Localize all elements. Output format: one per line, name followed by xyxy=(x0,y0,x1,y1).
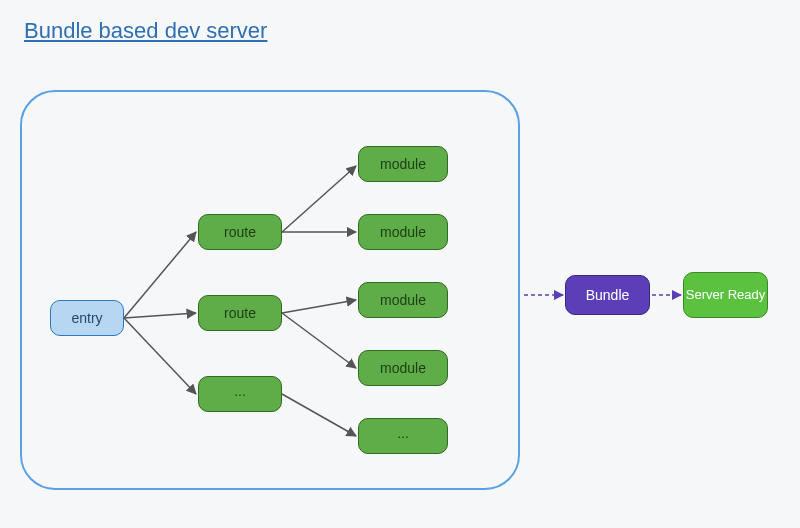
route-label: route xyxy=(224,305,256,322)
diagram-stage: Bundle based dev server entry route rout… xyxy=(0,0,800,528)
route-node-2: route xyxy=(198,295,282,331)
bundle-node: Bundle xyxy=(565,275,650,315)
module-label: module xyxy=(380,224,426,241)
entry-node: entry xyxy=(50,300,124,336)
route-node-1: route xyxy=(198,214,282,250)
module-node-ellipsis: ··· xyxy=(358,418,448,454)
module-label: module xyxy=(380,292,426,309)
module-label: module xyxy=(380,156,426,173)
route-node-ellipsis: ··· xyxy=(198,376,282,412)
bundle-label: Bundle xyxy=(586,287,630,304)
entry-label: entry xyxy=(71,310,102,327)
diagram-title: Bundle based dev server xyxy=(24,18,267,44)
route-label: ··· xyxy=(234,386,246,403)
module-label: ··· xyxy=(397,428,409,445)
route-label: route xyxy=(224,224,256,241)
module-node-3: module xyxy=(358,282,448,318)
module-label: module xyxy=(380,360,426,377)
server-ready-node: Server Ready xyxy=(683,272,768,318)
module-node-1: module xyxy=(358,146,448,182)
server-ready-label: Server Ready xyxy=(686,287,765,303)
module-node-4: module xyxy=(358,350,448,386)
module-node-2: module xyxy=(358,214,448,250)
